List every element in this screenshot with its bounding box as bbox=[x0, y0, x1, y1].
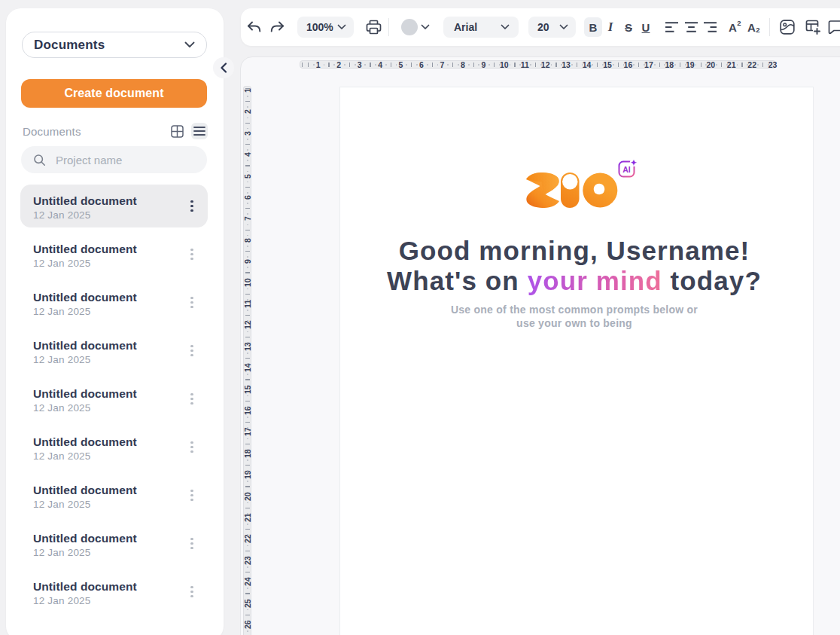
chevron-down-icon bbox=[501, 24, 510, 30]
font-family-value: Arial bbox=[454, 21, 477, 33]
kebab-dot bbox=[190, 586, 193, 588]
ruler-tick bbox=[308, 63, 309, 67]
document-list-item[interactable]: Untitled document 12 Jan 2025 bbox=[20, 329, 208, 372]
ruler-number: 26 bbox=[244, 621, 251, 629]
search-icon bbox=[33, 154, 46, 166]
document-page[interactable]: AI Good morning, Username! What's on you… bbox=[339, 87, 814, 635]
bold-button[interactable]: B bbox=[584, 17, 602, 37]
comments-button[interactable] bbox=[827, 20, 840, 35]
greeting-heading: Good morning, Username! What's on your m… bbox=[338, 236, 811, 296]
strikethrough-button[interactable]: S bbox=[619, 17, 638, 37]
ruler-number: 6 bbox=[419, 61, 424, 69]
document-list-item[interactable]: Untitled document 12 Jan 2025 bbox=[20, 474, 208, 517]
align-left-button[interactable] bbox=[664, 21, 679, 33]
ruler-number: 21 bbox=[244, 514, 251, 522]
ruler-tick bbox=[468, 64, 470, 66]
ruler-number: 19 bbox=[244, 472, 251, 479]
ruler-tick bbox=[247, 481, 248, 482]
ruler-tick bbox=[535, 63, 536, 67]
kebab-dot bbox=[190, 393, 193, 395]
underline-button[interactable]: U bbox=[637, 17, 655, 37]
document-menu-button[interactable] bbox=[185, 437, 199, 458]
document-menu-button[interactable] bbox=[185, 533, 199, 554]
align-center-button[interactable] bbox=[683, 21, 698, 33]
ruler-tick bbox=[613, 64, 614, 66]
ruler-tick bbox=[245, 551, 250, 551]
ruler-tick bbox=[406, 64, 407, 66]
table-add-icon bbox=[805, 20, 821, 35]
ruler-number: 1 bbox=[316, 61, 321, 69]
sidebar-collapse-button[interactable] bbox=[213, 57, 234, 78]
ruler-tick bbox=[757, 64, 759, 66]
superscript-button[interactable]: A2 bbox=[725, 17, 744, 37]
font-size-select[interactable]: 20 bbox=[528, 17, 576, 38]
ruler-tick bbox=[571, 64, 573, 66]
sidebar: Documents Create document Documents bbox=[6, 8, 224, 635]
ruler-number: 2 bbox=[244, 108, 251, 115]
document-list-item[interactable]: Untitled document 12 Jan 2025 bbox=[20, 377, 208, 420]
document-menu-button[interactable] bbox=[185, 292, 199, 313]
list-view-icon bbox=[193, 126, 205, 136]
ruler-tick bbox=[245, 315, 250, 316]
print-button[interactable] bbox=[364, 20, 382, 35]
ruler-number: 13 bbox=[244, 343, 251, 351]
ruler-number: 18 bbox=[665, 61, 674, 69]
ruler-tick bbox=[437, 64, 439, 66]
italic-button[interactable]: I bbox=[601, 17, 619, 37]
ruler-tick bbox=[685, 64, 686, 66]
ruler-tick bbox=[245, 379, 250, 380]
create-document-button[interactable]: Create document bbox=[21, 79, 207, 108]
ruler-tick bbox=[432, 63, 433, 67]
workspace-select[interactable]: Documents bbox=[22, 32, 207, 58]
document-list-item[interactable]: Untitled document 12 Jan 2025 bbox=[20, 522, 208, 565]
ruler-tick bbox=[364, 64, 366, 66]
document-list-item[interactable]: Untitled document 12 Jan 2025 bbox=[20, 426, 208, 469]
list-view-button[interactable] bbox=[191, 123, 208, 139]
document-list-item[interactable]: Untitled document 12 Jan 2025 bbox=[20, 281, 208, 324]
document-list-item[interactable]: Untitled document 12 Jan 2025 bbox=[20, 185, 208, 227]
document-menu-button[interactable] bbox=[185, 485, 199, 506]
document-date: 12 Jan 2025 bbox=[33, 450, 91, 462]
text-color-select[interactable] bbox=[401, 19, 430, 35]
align-right-button[interactable] bbox=[702, 21, 717, 33]
ruler-tick bbox=[721, 63, 722, 67]
subscript-button[interactable]: A2 bbox=[744, 17, 763, 37]
ai-badge: AI bbox=[619, 160, 638, 177]
search-input[interactable] bbox=[56, 154, 191, 166]
kebab-dot bbox=[190, 253, 193, 255]
document-menu-button[interactable] bbox=[185, 196, 199, 217]
ruler-tick bbox=[530, 64, 531, 66]
font-family-select[interactable]: Arial bbox=[443, 17, 519, 38]
ruler-tick bbox=[247, 203, 248, 204]
zoom-select[interactable]: 100% bbox=[297, 17, 354, 38]
ruler-tick bbox=[478, 64, 479, 66]
document-menu-button[interactable] bbox=[185, 244, 199, 265]
document-list-item[interactable]: Untitled document 12 Jan 2025 bbox=[20, 570, 208, 613]
ruler-tick bbox=[247, 588, 248, 589]
ruler-number: 3 bbox=[244, 130, 251, 137]
document-list-item[interactable]: Untitled document 12 Jan 2025 bbox=[20, 233, 208, 276]
zio-logo: AI bbox=[525, 160, 638, 209]
ruler-tick bbox=[247, 630, 248, 632]
kebab-dot bbox=[190, 345, 193, 347]
ruler-number: 12 bbox=[244, 322, 251, 329]
grid-view-button[interactable] bbox=[169, 123, 185, 139]
insert-image-button[interactable] bbox=[779, 20, 796, 35]
document-date: 12 Jan 2025 bbox=[33, 354, 91, 365]
workspace-select-value: Documents bbox=[34, 38, 105, 53]
document-menu-button[interactable] bbox=[185, 582, 199, 603]
ruler-tick bbox=[245, 251, 250, 252]
document-date: 12 Jan 2025 bbox=[33, 402, 91, 414]
redo-button[interactable] bbox=[268, 20, 286, 34]
ruler-number: 19 bbox=[686, 61, 695, 69]
kebab-dot bbox=[190, 490, 193, 492]
ruler-tick bbox=[370, 63, 370, 67]
document-menu-button[interactable] bbox=[185, 389, 199, 410]
ruler-tick bbox=[247, 513, 248, 514]
undo-button[interactable] bbox=[245, 20, 263, 34]
align-left-icon bbox=[665, 21, 679, 33]
document-menu-button[interactable] bbox=[185, 340, 199, 362]
insert-table-button[interactable] bbox=[805, 20, 821, 35]
ruler-tick bbox=[680, 63, 680, 67]
kebab-dot bbox=[190, 499, 193, 501]
